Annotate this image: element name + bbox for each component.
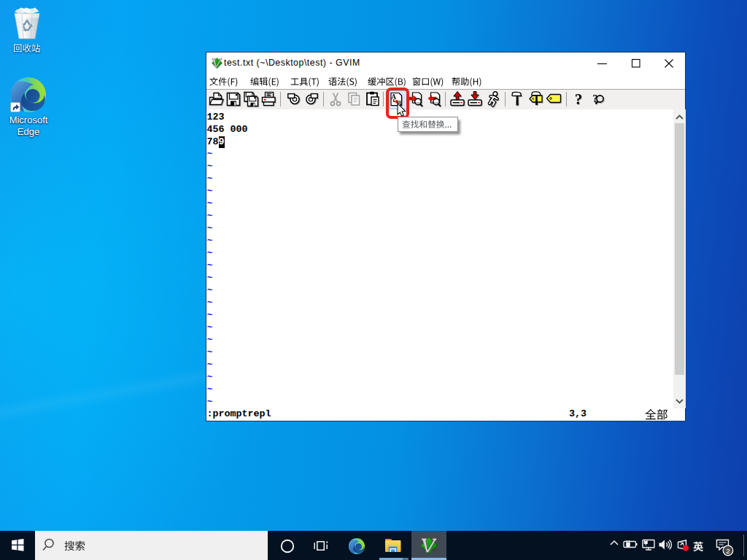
svg-text:2: 2: [726, 547, 729, 555]
svg-text:?: ?: [575, 90, 583, 108]
